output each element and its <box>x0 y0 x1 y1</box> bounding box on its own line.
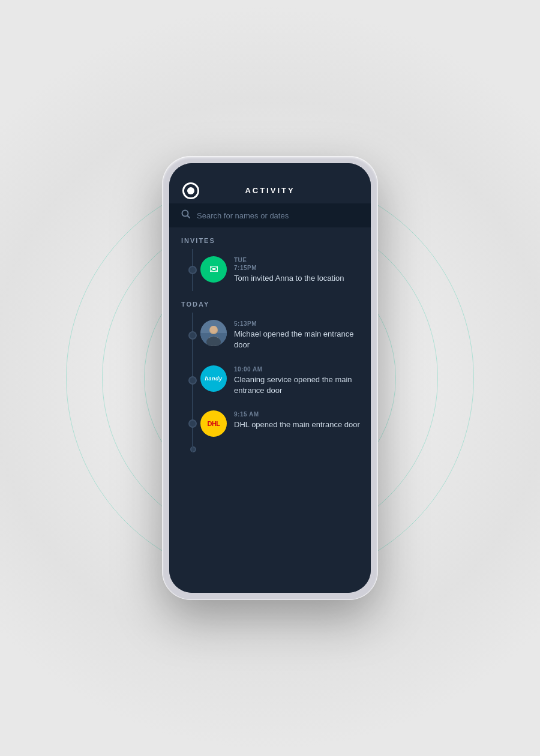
item-description: Cleaning service opened the main entranc… <box>234 374 361 396</box>
item-time: 5:13PM <box>234 320 361 328</box>
app-title: ACTIVITY <box>245 186 295 195</box>
search-bar[interactable]: Search for names or dates <box>169 203 371 227</box>
section-header-today: TODAY <box>169 291 371 313</box>
item-time: 9:15 AM <box>234 410 361 418</box>
logo-circle <box>182 182 199 199</box>
timeline-dot <box>188 331 197 340</box>
list-item: DHL 9:15 AM DHL opened the main entrance… <box>181 403 371 444</box>
item-info: 10:00 AM Cleaning service opened the mai… <box>234 365 361 396</box>
activity-content: INVITES ✉ TUE 7:15PM Tom i <box>169 227 371 593</box>
svg-point-7 <box>210 326 217 333</box>
scene: ACTIVITY Search for names or dates INVIT… <box>60 48 480 708</box>
today-timeline: 5:13PM Michael opened the main entrance … <box>169 313 371 452</box>
list-item: 5:13PM Michael opened the main entrance … <box>181 313 371 358</box>
timeline-dot <box>188 376 197 385</box>
app-logo <box>181 181 200 200</box>
timeline-dot <box>188 266 197 274</box>
status-bar <box>169 163 371 180</box>
item-description: Michael opened the main entrance door <box>234 329 361 350</box>
item-time: 10:00 AM <box>234 365 361 373</box>
handy-logo-text: handy <box>205 376 222 382</box>
section-header-invites: INVITES <box>169 227 371 249</box>
timeline-dot <box>188 419 197 428</box>
avatar-michael <box>200 320 227 346</box>
avatar-dhl: DHL <box>200 410 227 437</box>
search-placeholder: Search for names or dates <box>197 211 289 220</box>
dhl-logo-text: DHL <box>207 420 220 427</box>
logo-inner <box>187 187 194 194</box>
phone-screen: ACTIVITY Search for names or dates INVIT… <box>169 163 371 593</box>
item-info: 9:15 AM DHL opened the main entrance doo… <box>234 410 361 430</box>
item-description: Tom invited Anna to the location <box>234 273 361 284</box>
avatar-invite: ✉ <box>200 256 227 283</box>
app-header: ACTIVITY <box>169 180 371 203</box>
phone-shell: ACTIVITY Search for names or dates INVIT… <box>162 156 378 600</box>
item-info: TUE 7:15PM Tom invited Anna to the locat… <box>234 256 361 284</box>
invites-timeline: ✉ TUE 7:15PM Tom invited Anna to the loc… <box>169 249 371 291</box>
item-time: TUE 7:15PM <box>234 256 361 272</box>
avatar-handy: handy <box>200 365 227 392</box>
svg-line-1 <box>188 216 190 218</box>
list-item: handy 10:00 AM Cleaning service opened t… <box>181 358 371 403</box>
list-item: ✉ TUE 7:15PM Tom invited Anna to the loc… <box>181 249 371 291</box>
item-info: 5:13PM Michael opened the main entrance … <box>234 320 361 350</box>
item-description: DHL opened the main entrance door <box>234 419 361 430</box>
search-icon <box>181 209 191 221</box>
timeline-end-dot <box>190 446 196 452</box>
envelope-icon: ✉ <box>209 263 218 276</box>
